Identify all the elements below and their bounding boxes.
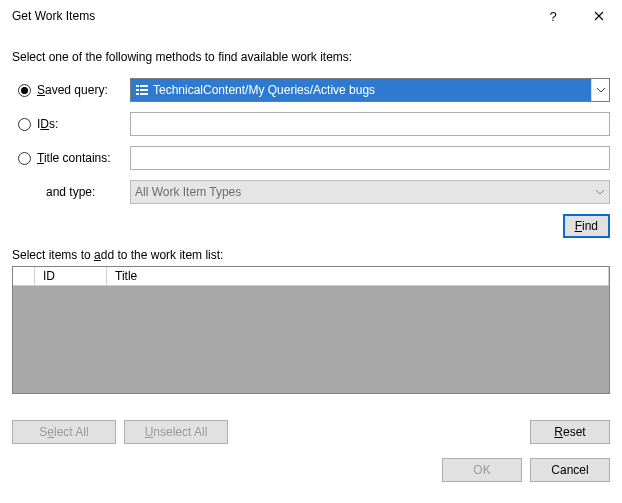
- instruction-text: Select one of the following methods to f…: [12, 50, 610, 64]
- svg-rect-1: [140, 85, 148, 87]
- col-checkbox[interactable]: [13, 267, 35, 285]
- saved-query-combo[interactable]: TechnicalContent/My Queries/Active bugs: [130, 78, 610, 102]
- svg-rect-5: [140, 93, 148, 95]
- type-combo: All Work Item Types: [130, 180, 610, 204]
- help-button[interactable]: ?: [530, 0, 576, 32]
- titlebar: Get Work Items ?: [0, 0, 622, 32]
- ids-radio-label[interactable]: IDs:: [12, 117, 130, 131]
- close-icon: [594, 11, 604, 21]
- and-type-label: and type:: [12, 185, 130, 199]
- saved-query-radio-label[interactable]: Saved query:: [12, 83, 130, 97]
- find-button[interactable]: Find: [563, 214, 610, 238]
- query-list-icon: [135, 83, 149, 97]
- svg-rect-4: [136, 93, 139, 95]
- svg-rect-0: [136, 85, 139, 87]
- unselect-all-button: Unselect All: [124, 420, 228, 444]
- ids-input[interactable]: [130, 112, 610, 136]
- results-table[interactable]: ID Title: [12, 266, 610, 394]
- cancel-button[interactable]: Cancel: [530, 458, 610, 482]
- close-button[interactable]: [576, 0, 622, 32]
- title-contains-radio-label[interactable]: Title contains:: [12, 151, 130, 165]
- saved-query-value: TechnicalContent/My Queries/Active bugs: [153, 83, 375, 97]
- svg-rect-2: [136, 89, 139, 91]
- select-all-button: Select All: [12, 420, 116, 444]
- table-header: ID Title: [13, 267, 609, 286]
- title-contains-input[interactable]: [130, 146, 610, 170]
- chevron-down-icon[interactable]: [591, 79, 609, 101]
- table-body-empty: [13, 286, 609, 393]
- ids-radio[interactable]: [18, 118, 31, 131]
- window-title: Get Work Items: [12, 9, 95, 23]
- ok-button: OK: [442, 458, 522, 482]
- title-contains-radio[interactable]: [18, 152, 31, 165]
- col-id[interactable]: ID: [35, 267, 107, 285]
- col-title[interactable]: Title: [107, 267, 609, 285]
- list-caption: Select items to add to the work item lis…: [12, 248, 610, 262]
- svg-rect-3: [140, 89, 148, 91]
- type-value: All Work Item Types: [135, 185, 241, 199]
- reset-button[interactable]: Reset: [530, 420, 610, 444]
- saved-query-radio[interactable]: [18, 84, 31, 97]
- chevron-down-icon: [591, 181, 609, 203]
